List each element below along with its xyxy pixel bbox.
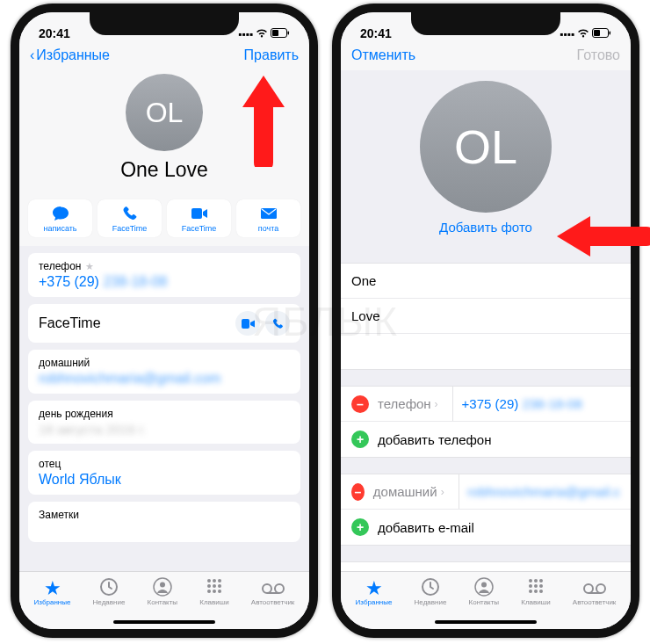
svg-point-34 (534, 590, 538, 593)
phone-hidden: 238-18-08 (103, 274, 167, 289)
video-icon (191, 206, 208, 221)
company-field[interactable] (341, 334, 631, 369)
svg-point-16 (213, 590, 216, 593)
phone-icon (122, 206, 138, 221)
facetime-audio-shortcut[interactable] (265, 311, 290, 336)
phone-card[interactable]: телефон ★ +375 (29) 238-18-08 (28, 253, 300, 297)
home-field-label: домашний (373, 484, 437, 499)
separator (452, 387, 453, 421)
add-icon[interactable]: + (351, 518, 369, 536)
svg-point-17 (218, 590, 221, 593)
status-icons: ▪▪▪▪ (238, 28, 290, 40)
facetime-label: FaceTime (39, 315, 101, 331)
home-value: robhnovichmaria@gmail.com (39, 371, 290, 387)
phone-edit-contact: 20:41 ▪▪▪▪ Отменить Готово OL Добавить ф… (332, 4, 639, 638)
tab-recents[interactable]: Недавние (93, 577, 126, 606)
tab-voicemail-label: Автоответчик (251, 598, 295, 606)
keypad-icon (206, 577, 223, 597)
tab-recents[interactable]: Недавние (415, 577, 447, 606)
delete-icon[interactable]: – (351, 395, 369, 413)
facetime-audio-button[interactable]: FaceTime (98, 199, 162, 237)
tab-voicemail[interactable]: Автоответчик (573, 577, 617, 606)
tab-voicemail[interactable]: Автоответчик (251, 577, 295, 606)
mail-label: почта (258, 224, 278, 233)
done-button[interactable]: Готово (577, 47, 620, 63)
edit-button[interactable]: Править (244, 47, 299, 63)
tab-keypad[interactable]: Клавиши (521, 577, 550, 606)
father-value: World Яблык (39, 472, 290, 488)
father-label: отец (39, 458, 290, 470)
star-icon: ★ (44, 577, 61, 597)
facetime-video-shortcut[interactable] (235, 311, 260, 336)
tab-voicemail-label: Автоответчик (573, 598, 617, 606)
star-icon: ★ (365, 577, 383, 597)
birthday-card[interactable]: день рождения 18 августа 2016 г. (28, 401, 300, 444)
contact-avatar[interactable]: OL (420, 81, 552, 213)
add-email-row[interactable]: + добавить e-mail (341, 510, 631, 545)
svg-rect-1 (272, 30, 278, 36)
last-name-field[interactable]: Love (341, 299, 631, 334)
first-name-value: One (351, 273, 376, 288)
tab-favorites[interactable]: ★ Избранные (34, 577, 71, 606)
signal-icon: ▪▪▪▪ (560, 28, 574, 40)
svg-point-10 (213, 579, 216, 582)
person-icon (474, 577, 494, 597)
clock-icon (421, 577, 440, 597)
back-button[interactable]: ‹ Избранные (30, 47, 110, 63)
phone-field-label: телефон (378, 396, 431, 411)
home-indicator[interactable] (113, 620, 215, 624)
contact-avatar[interactable]: OL (126, 74, 203, 151)
message-icon (52, 206, 69, 221)
cancel-button[interactable]: Отменить (351, 47, 415, 63)
add-phone-row[interactable]: + добавить телефон (341, 422, 631, 457)
birthday-label: день рождения (39, 408, 290, 420)
tab-keypad[interactable]: Клавиши (199, 577, 228, 606)
status-time: 20:41 (360, 26, 392, 40)
phone-entry-row[interactable]: – телефон › +375 (29) 238-18-08 (341, 387, 631, 422)
svg-point-32 (539, 584, 543, 588)
svg-point-31 (534, 584, 538, 588)
mail-button[interactable]: почта (236, 199, 300, 237)
delete-icon[interactable]: – (351, 483, 365, 501)
voicemail-icon (583, 577, 606, 597)
notes-label: Заметки (39, 509, 290, 521)
star-icon: ★ (85, 261, 94, 272)
last-name-value: Love (351, 308, 380, 323)
tab-favorites[interactable]: ★ Избранные (356, 577, 393, 606)
tab-keypad-label: Клавиши (199, 598, 228, 606)
message-button[interactable]: написать (28, 199, 92, 237)
facetime-audio-label: FaceTime (112, 224, 148, 233)
svg-point-13 (213, 584, 216, 588)
father-card[interactable]: отец World Яблык (28, 451, 300, 495)
tab-contacts[interactable]: Контакты (148, 577, 178, 606)
svg-point-9 (207, 579, 211, 582)
svg-point-36 (584, 584, 593, 593)
tab-favorites-label: Избранные (34, 598, 71, 606)
add-icon[interactable]: + (351, 431, 369, 448)
first-name-field[interactable]: One (341, 264, 631, 299)
phone-label: телефон (39, 260, 82, 272)
notch (411, 12, 560, 35)
home-indicator[interactable] (435, 620, 537, 624)
chevron-left-icon: ‹ (30, 47, 34, 63)
email-value: robhnovichmaria@gmail.c (467, 484, 620, 499)
svg-rect-5 (242, 319, 249, 329)
facetime-video-button[interactable]: FaceTime (167, 199, 231, 237)
signal-icon: ▪▪▪▪ (238, 28, 253, 40)
svg-rect-2 (288, 32, 290, 35)
tab-recents-label: Недавние (415, 598, 447, 606)
person-icon (153, 577, 172, 597)
tab-contacts[interactable]: Контакты (469, 577, 500, 606)
facetime-card: FaceTime (28, 304, 300, 343)
email-entry-row[interactable]: – домашний › robhnovichmaria@gmail.c (341, 474, 631, 510)
notes-card[interactable]: Заметки (28, 502, 300, 542)
keypad-icon (527, 577, 545, 597)
svg-rect-3 (191, 208, 202, 219)
status-time: 20:41 (39, 26, 70, 40)
add-email-label: добавить e-mail (378, 520, 474, 535)
home-email-card[interactable]: домашний robhnovichmaria@gmail.com (28, 350, 300, 394)
svg-rect-23 (610, 32, 611, 35)
svg-point-29 (539, 579, 543, 582)
tab-recents-label: Недавние (93, 598, 126, 606)
chevron-right-icon: › (441, 486, 444, 498)
